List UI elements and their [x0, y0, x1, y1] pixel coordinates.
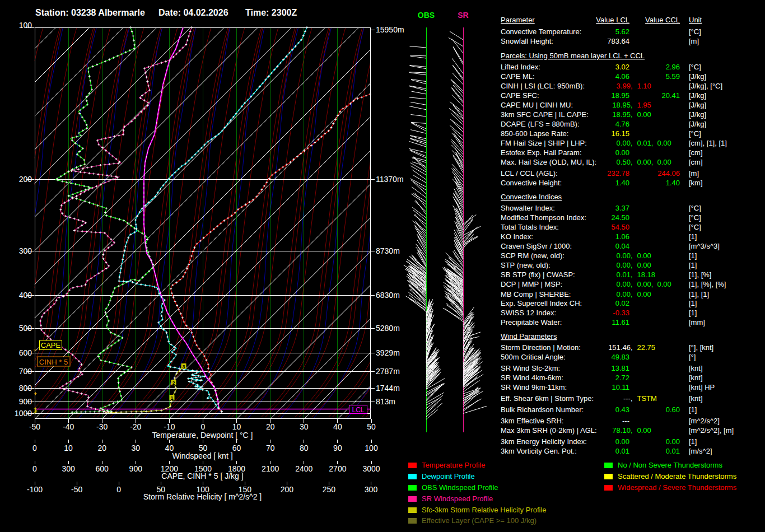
- svg-text:2100: 2100: [262, 464, 279, 473]
- svg-text:[1], [%], [%]: [1], [%], [%]: [689, 280, 726, 288]
- svg-text:0.00: 0.00: [637, 110, 651, 119]
- svg-text:0.00: 0.00: [657, 139, 671, 147]
- svg-text:5280m: 5280m: [376, 324, 400, 333]
- svg-text:Unit: Unit: [689, 16, 702, 24]
- svg-text:18.18: 18.18: [637, 270, 656, 279]
- svg-text:20.41: 20.41: [661, 91, 680, 100]
- svg-text:90: 90: [333, 444, 342, 452]
- svg-text:DCP | MMP | MSP:: DCP | MMP | MSP:: [501, 280, 562, 288]
- svg-text:[knt]: [knt]: [689, 374, 703, 382]
- svg-text:0: 0: [32, 444, 37, 452]
- svg-text:2: 2: [172, 380, 175, 386]
- svg-text:[1]: [1]: [689, 232, 697, 241]
- svg-text:Convective Height:: Convective Height:: [501, 179, 562, 187]
- svg-text:[m^2/s^2], [m]: [m^2/s^2], [m]: [689, 426, 734, 435]
- svg-text:SWISS 12 Index:: SWISS 12 Index:: [501, 309, 556, 317]
- svg-text:0.01,: 0.01,: [637, 139, 654, 147]
- svg-text:0.04: 0.04: [615, 242, 629, 250]
- svg-text:Lifted Index:: Lifted Index:: [501, 63, 540, 71]
- svg-text:Eff. Shear 6km | Storm Type:: Eff. Shear 6km | Storm Type:: [501, 394, 594, 403]
- svg-text:4.76: 4.76: [615, 120, 629, 128]
- svg-text:Estofex Exp. Hail Param:: Estofex Exp. Hail Param:: [501, 148, 582, 157]
- svg-text:1.10: 1.10: [637, 82, 651, 90]
- svg-text:0.00,: 0.00,: [637, 280, 654, 288]
- svg-text:[m/s^2]: [m/s^2]: [689, 447, 712, 455]
- svg-text:10.11: 10.11: [612, 383, 629, 391]
- svg-text:[1]: [1]: [689, 309, 697, 317]
- svg-text:[cm], [1], [1]: [cm], [1], [1]: [689, 139, 727, 147]
- svg-text:80: 80: [300, 444, 309, 452]
- svg-text:CAPE: CAPE: [41, 341, 61, 349]
- svg-text:[J/kg]: [J/kg]: [689, 101, 706, 109]
- svg-text:Effective Layer (CAPE >= 100 J: Effective Layer (CAPE >= 100 J/kg): [422, 516, 537, 525]
- svg-text:600: 600: [96, 464, 109, 473]
- svg-text:0.00: 0.00: [657, 158, 671, 166]
- svg-text:4.06: 4.06: [615, 72, 629, 81]
- svg-text:30: 30: [132, 444, 141, 452]
- svg-text:3.37: 3.37: [615, 204, 629, 212]
- svg-text:2.96: 2.96: [666, 63, 680, 71]
- svg-text:SR Wind 4km-6km:: SR Wind 4km-6km:: [501, 374, 563, 382]
- svg-text:LCL / CCL (AGL):: LCL / CCL (AGL):: [501, 169, 558, 178]
- svg-text:[°]: [°]: [689, 353, 696, 361]
- svg-text:1.40: 1.40: [615, 179, 629, 187]
- svg-text:900: 900: [19, 397, 32, 406]
- svg-text:850-600 Lapse Rate:: 850-600 Lapse Rate:: [501, 129, 568, 138]
- svg-text:0.00: 0.00: [637, 261, 651, 269]
- svg-text:0.02: 0.02: [615, 299, 629, 307]
- svg-text:[°C]: [°C]: [689, 27, 701, 36]
- svg-text:232.78: 232.78: [607, 169, 629, 178]
- svg-text:16.15: 16.15: [611, 129, 629, 138]
- svg-text:[m^3/s^3]: [m^3/s^3]: [689, 242, 720, 250]
- svg-text:SB STP (fix) | CWASP:: SB STP (fix) | CWASP:: [501, 270, 575, 279]
- svg-text:18.95,: 18.95,: [612, 110, 632, 119]
- svg-text:1.95: 1.95: [637, 101, 651, 109]
- svg-text:Value CCL: Value CCL: [645, 16, 680, 24]
- svg-text:3km Effective SRH:: 3km Effective SRH:: [501, 417, 563, 425]
- svg-text:6830m: 6830m: [376, 291, 400, 300]
- svg-text:[knt] HP: [knt] HP: [689, 383, 715, 391]
- svg-text:[m]: [m]: [689, 37, 699, 45]
- svg-text:-40: -40: [63, 422, 74, 431]
- svg-text:54.50: 54.50: [611, 223, 629, 231]
- svg-text:0: 0: [116, 485, 121, 494]
- svg-text:[1]: [1]: [689, 437, 697, 446]
- svg-text:300: 300: [19, 246, 32, 255]
- svg-text:---,: ---,: [623, 394, 633, 403]
- svg-text:2700: 2700: [329, 464, 346, 473]
- svg-text:-50: -50: [71, 485, 82, 494]
- svg-text:[1]: [1]: [689, 405, 697, 414]
- svg-text:1.40: 1.40: [666, 179, 680, 187]
- svg-text:700: 700: [19, 367, 32, 376]
- svg-text:[m]: [m]: [689, 169, 699, 178]
- svg-text:200: 200: [281, 485, 294, 494]
- svg-text:50: 50: [367, 422, 376, 431]
- svg-text:[J/kg], [°C]: [J/kg], [°C]: [689, 82, 722, 90]
- svg-text:Exp. Supercell Index CH:: Exp. Supercell Index CH:: [501, 299, 582, 307]
- svg-text:Dewpoint Profile: Dewpoint Profile: [422, 472, 475, 480]
- svg-text:[1]: [1]: [689, 299, 697, 307]
- svg-text:0.00,: 0.00,: [617, 290, 633, 298]
- svg-text:Windspeed [ knt ]: Windspeed [ knt ]: [172, 451, 232, 460]
- svg-text:100: 100: [19, 21, 32, 30]
- svg-text:[knt]: [knt]: [689, 394, 703, 403]
- svg-text:[1], [%]: [1], [%]: [689, 270, 711, 279]
- svg-text:SR: SR: [458, 11, 468, 20]
- svg-text:78.10,: 78.10,: [612, 426, 632, 435]
- svg-text:0.00: 0.00: [615, 148, 629, 157]
- svg-text:Precipitable Water:: Precipitable Water:: [501, 318, 562, 326]
- svg-text:3000: 3000: [362, 464, 380, 473]
- svg-text:0.00: 0.00: [615, 437, 629, 446]
- svg-text:500m Critical Angle:: 500m Critical Angle:: [501, 353, 566, 361]
- svg-text:[m^2/s^2]: [m^2/s^2]: [689, 417, 720, 425]
- svg-text:[°C]: [°C]: [689, 213, 701, 222]
- svg-text:0.00: 0.00: [637, 290, 651, 298]
- svg-text:15950m: 15950m: [376, 25, 404, 34]
- svg-text:0.00: 0.00: [666, 437, 680, 446]
- svg-text:Max. Hail Size (OLD, MU, IL):: Max. Hail Size (OLD, MU, IL):: [501, 158, 596, 166]
- svg-text:Temperature Profile: Temperature Profile: [422, 461, 485, 469]
- svg-text:Parcels: Using 50mB mean layer: Parcels: Using 50mB mean layer LCL + CCL: [501, 52, 645, 60]
- svg-text:900: 900: [129, 464, 143, 473]
- svg-text:20: 20: [266, 422, 275, 431]
- svg-text:Storm Direction | Motion:: Storm Direction | Motion:: [501, 343, 581, 352]
